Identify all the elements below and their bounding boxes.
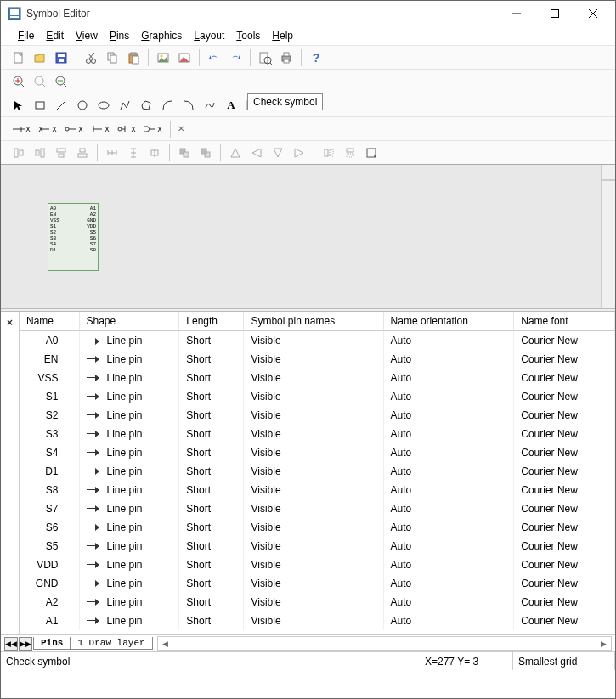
table-row[interactable]: A2Line pinShortVisibleAutoCourier New — [20, 593, 615, 612]
polyline-tool[interactable] — [116, 96, 134, 115]
group-2[interactable] — [196, 144, 215, 162]
curve-tool[interactable] — [201, 96, 219, 115]
preview-button[interactable] — [256, 48, 274, 67]
table-row[interactable]: A1Line pinShortVisibleAutoCourier New — [20, 612, 615, 630]
line-tool[interactable] — [52, 96, 71, 115]
line-pin-icon — [87, 542, 102, 550]
table-row[interactable]: S6Line pinShortVisibleAutoCourier New — [20, 518, 615, 537]
flip-h[interactable] — [319, 144, 338, 162]
rect-tool[interactable] — [31, 96, 49, 115]
sheet-tab-drawlayer[interactable]: 1 Draw layer — [70, 637, 152, 650]
align-3[interactable] — [52, 144, 71, 162]
col-header[interactable]: Symbol pin names — [244, 312, 383, 331]
select-tool[interactable] — [9, 96, 28, 115]
pinmode-4[interactable] — [88, 120, 112, 138]
image-button[interactable] — [154, 48, 172, 67]
table-row[interactable]: ENLine pinShortVisibleAutoCourier New — [20, 350, 615, 369]
align-2[interactable] — [31, 144, 49, 162]
distr-v[interactable] — [124, 144, 143, 162]
sheet-tab-pins[interactable]: Pins — [33, 637, 71, 650]
pinmode-1[interactable] — [9, 120, 33, 138]
table-row[interactable]: VDDLine pinShortVisibleAutoCourier New — [20, 555, 615, 574]
table-row[interactable]: S4Line pinShortVisibleAutoCourier New — [20, 443, 615, 462]
polygon-tool[interactable] — [137, 96, 155, 115]
pinmode-6[interactable] — [141, 120, 165, 138]
distr-h[interactable] — [103, 144, 122, 162]
menu-pins[interactable]: Pins — [105, 28, 134, 43]
table-row[interactable]: S7Line pinShortVisibleAutoCourier New — [20, 499, 615, 518]
minimize-button[interactable] — [497, 2, 535, 26]
redo-button[interactable] — [226, 48, 245, 67]
panel-close-x[interactable]: × — [7, 317, 13, 329]
svg-point-52 — [65, 127, 69, 131]
table-scroll-h[interactable]: ◀▶ — [157, 636, 612, 651]
app-icon — [8, 7, 21, 20]
pin-close-x[interactable]: ✕ — [178, 124, 184, 133]
zoom-in-button[interactable] — [9, 72, 28, 91]
paste-button[interactable] — [124, 48, 143, 67]
col-header[interactable]: Shape — [79, 312, 179, 331]
menu-tools[interactable]: Tools — [231, 28, 265, 43]
maximize-button[interactable] — [535, 2, 574, 26]
col-header[interactable]: Length — [179, 312, 244, 331]
rot-1[interactable] — [226, 144, 245, 162]
rot-3[interactable] — [268, 144, 287, 162]
flip-v[interactable] — [341, 144, 359, 162]
group-1[interactable] — [175, 144, 194, 162]
col-header[interactable]: Name font — [514, 312, 615, 331]
center-h[interactable] — [145, 144, 164, 162]
arc2-tool[interactable] — [179, 96, 198, 115]
table-row[interactable]: GNDLine pinShortVisibleAutoCourier New — [20, 574, 615, 593]
rot-2[interactable] — [247, 144, 266, 162]
circle-tool[interactable] — [73, 96, 92, 115]
table-row[interactable]: S5Line pinShortVisibleAutoCourier New — [20, 537, 615, 555]
menu-edit[interactable]: Edit — [41, 28, 69, 43]
new-button[interactable] — [9, 48, 28, 67]
ellipse-tool[interactable] — [94, 96, 113, 115]
table-row[interactable]: D1Line pinShortVisibleAutoCourier New — [20, 462, 615, 481]
table-row[interactable]: S1Line pinShortVisibleAutoCourier New — [20, 387, 615, 406]
table-row[interactable]: S8Line pinShortVisibleAutoCourier New — [20, 481, 615, 499]
align-4[interactable] — [73, 144, 92, 162]
menu-graphics[interactable]: Graphics — [136, 28, 187, 43]
zoom-fit-button[interactable] — [31, 72, 49, 91]
undo-button[interactable] — [205, 48, 223, 67]
menu-file[interactable]: File — [13, 28, 39, 43]
close-button[interactable] — [574, 2, 612, 26]
help-button[interactable]: ? — [307, 48, 325, 67]
zoom-out-button[interactable] — [52, 72, 71, 91]
table-row[interactable]: S2Line pinShortVisibleAutoCourier New — [20, 406, 615, 425]
align-1[interactable] — [9, 144, 28, 162]
sheet-nav-next[interactable]: ▶▶ — [19, 637, 32, 651]
pinmode-3[interactable] — [62, 120, 86, 138]
line-pin-icon — [87, 505, 102, 513]
text-tool[interactable]: A — [222, 96, 240, 115]
copy-button[interactable] — [103, 48, 122, 67]
col-header[interactable]: Name orientation — [383, 312, 514, 331]
symbol-preview[interactable]: A0A1ENA2VSSGNDS1VDDS2S5S3S6S4S7D1S8 — [48, 203, 99, 271]
print-button[interactable] — [277, 48, 296, 67]
menu-view[interactable]: View — [71, 28, 103, 43]
cut-button[interactable] — [82, 48, 100, 67]
col-header[interactable]: Name — [20, 312, 79, 331]
canvas[interactable]: A0A1ENA2VSSGNDS1VDDS2S5S3S6S4S7D1S8 — [1, 165, 601, 308]
save-button[interactable] — [52, 48, 71, 67]
image2-button[interactable] — [175, 48, 194, 67]
snap-button[interactable] — [362, 144, 381, 162]
rot-4[interactable] — [290, 144, 308, 162]
svg-point-21 — [161, 54, 163, 57]
pinmode-5[interactable] — [115, 120, 138, 138]
open-button[interactable] — [31, 48, 49, 67]
canvas-scroll-v[interactable] — [601, 165, 615, 308]
table-row[interactable]: A0Line pinShortVisibleAutoCourier New — [20, 331, 615, 350]
status-bar: Check symbol X=277 Y= 3 Smallest grid — [1, 651, 615, 670]
sheet-nav-first[interactable]: ◀◀ — [4, 637, 18, 651]
svg-point-60 — [118, 127, 122, 131]
pinmode-2[interactable] — [36, 120, 59, 138]
pins-table[interactable]: NameShapeLengthSymbol pin namesName orie… — [20, 312, 615, 634]
table-row[interactable]: VSSLine pinShortVisibleAutoCourier New — [20, 369, 615, 387]
table-row[interactable]: S3Line pinShortVisibleAutoCourier New — [20, 425, 615, 443]
menu-help[interactable]: Help — [267, 28, 298, 43]
arc-tool[interactable] — [158, 96, 177, 115]
menu-layout[interactable]: Layout — [189, 28, 229, 43]
